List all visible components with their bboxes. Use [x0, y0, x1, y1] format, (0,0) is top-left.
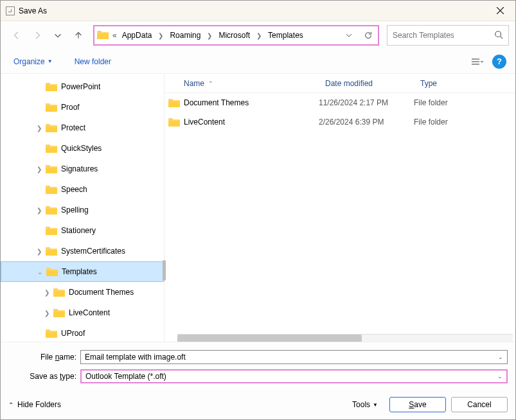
tree-item[interactable]: ❯LiveContent: [1, 302, 164, 323]
window-title: Save As: [19, 6, 47, 15]
expander-icon[interactable]: ❯: [33, 248, 46, 255]
tree-item[interactable]: ❯Document Themes: [1, 282, 164, 302]
refresh-button[interactable]: [359, 26, 378, 44]
svg-rect-42: [53, 291, 65, 297]
caret-down-icon: ▼: [48, 58, 53, 64]
svg-line-6: [501, 36, 503, 39]
filename-label: File name:: [8, 353, 80, 362]
expander-icon[interactable]: ❯: [40, 289, 53, 296]
svg-rect-32: [46, 227, 50, 229]
tree-item[interactable]: QuickStyles: [1, 138, 164, 159]
main-area: PowerPointProof❯ProtectQuickStyles❯Signa…: [1, 74, 515, 342]
list-header[interactable]: Name⌃ Date modified Type: [165, 74, 515, 93]
chevron-down-icon: ⌄: [497, 373, 503, 380]
footer: ⌃ Hide Folders Tools ▼ Save Cancel: [1, 390, 515, 419]
view-mode-button[interactable]: [467, 53, 487, 70]
help-button[interactable]: ?: [492, 55, 506, 69]
forward-button[interactable]: [28, 26, 47, 45]
save-button[interactable]: Save: [389, 397, 446, 412]
tree-label: Protect: [61, 123, 85, 132]
tree-label: Spelling: [61, 206, 89, 214]
hide-folders-label: Hide Folders: [17, 400, 61, 409]
breadcrumb-segment[interactable]: Templates: [265, 30, 306, 41]
app-icon: [6, 6, 15, 15]
tree-item[interactable]: ⌄Templates: [1, 261, 164, 282]
address-dropdown[interactable]: [339, 26, 359, 44]
tree-item[interactable]: UProof: [1, 323, 164, 342]
tree-label: UProof: [61, 329, 85, 338]
tree-label: Document Themes: [69, 288, 134, 297]
chevron-right-icon: ❯: [204, 32, 215, 39]
tree-item[interactable]: Stationery: [1, 220, 164, 241]
organize-label: Organize: [13, 57, 45, 66]
svg-rect-24: [46, 168, 57, 173]
folder-icon: [46, 123, 57, 132]
folder-tree[interactable]: PowerPointProof❯ProtectQuickStyles❯Signa…: [1, 74, 164, 342]
list-row[interactable]: LiveContent2/26/2024 6:39 PMFile folder: [165, 112, 515, 132]
cancel-button[interactable]: Cancel: [451, 397, 508, 412]
folder-icon: [97, 30, 110, 40]
svg-rect-27: [46, 188, 57, 194]
breadcrumb-segment[interactable]: Roaming: [167, 30, 203, 41]
expander-icon[interactable]: ❯: [33, 207, 46, 214]
title-bar: Save As: [1, 1, 515, 21]
row-date: 11/26/2024 2:17 PM: [319, 98, 414, 107]
tree-item[interactable]: ❯Signatures: [1, 159, 164, 179]
file-list[interactable]: Document Themes11/26/2024 2:17 PMFile fo…: [165, 93, 515, 132]
col-type[interactable]: Type: [420, 79, 437, 88]
tree-label: Proof: [61, 103, 80, 112]
horizontal-scrollbar[interactable]: [177, 334, 513, 342]
up-button[interactable]: [69, 26, 88, 45]
hide-folders-button[interactable]: ⌃ Hide Folders: [8, 400, 61, 409]
row-type: File folder: [414, 118, 515, 127]
expander-icon[interactable]: ❯: [40, 310, 53, 317]
folder-icon: [46, 103, 57, 112]
new-folder-button[interactable]: New folder: [71, 55, 115, 69]
chevron-up-icon: ⌃: [8, 401, 13, 408]
chevron-right-icon: ❯: [156, 32, 166, 39]
tree-item[interactable]: Speech: [1, 179, 164, 200]
search-input[interactable]: [393, 31, 483, 40]
col-date[interactable]: Date modified: [325, 79, 373, 88]
svg-rect-33: [46, 229, 57, 235]
expander-icon[interactable]: ❯: [33, 125, 46, 132]
col-name[interactable]: Name: [184, 79, 204, 88]
svg-rect-45: [53, 311, 65, 317]
list-row[interactable]: Document Themes11/26/2024 2:17 PMFile fo…: [165, 93, 515, 112]
back-button[interactable]: [7, 26, 26, 45]
svg-rect-4: [97, 33, 109, 39]
splitter[interactable]: [164, 74, 165, 342]
breadcrumb-segment[interactable]: Microsoft: [216, 30, 253, 41]
breadcrumb-segment[interactable]: AppData: [120, 30, 155, 41]
row-type: File folder: [414, 98, 515, 107]
savetype-dropdown[interactable]: Outlook Template (*.oft) ⌄: [80, 369, 508, 383]
tools-menu[interactable]: Tools ▼: [352, 400, 378, 409]
filename-value: Email template with image.oft: [85, 353, 186, 362]
tree-item[interactable]: ❯Protect: [1, 118, 164, 138]
nav-row: « AppData ❯ Roaming ❯ Microsoft ❯ Templa…: [1, 21, 515, 49]
svg-rect-20: [46, 144, 50, 147]
search-box[interactable]: [387, 25, 509, 46]
svg-rect-41: [53, 288, 58, 291]
recent-dropdown[interactable]: [48, 26, 67, 45]
folder-icon: [46, 164, 57, 173]
folder-icon: [46, 329, 57, 338]
tree-item[interactable]: ❯SystemCertificates: [1, 241, 164, 261]
toolbar: Organize ▼ New folder ?: [1, 49, 515, 74]
folder-icon: [46, 185, 57, 194]
tree-label: Signatures: [61, 164, 98, 173]
organize-menu[interactable]: Organize ▼: [10, 55, 57, 69]
tree-label: Stationery: [61, 226, 96, 235]
filename-input[interactable]: Email template with image.oft ⌄: [80, 350, 508, 364]
address-bar[interactable]: « AppData ❯ Roaming ❯ Microsoft ❯ Templa…: [93, 25, 379, 46]
expander-icon[interactable]: ❯: [33, 166, 46, 173]
expander-icon[interactable]: ⌄: [33, 268, 46, 276]
svg-rect-48: [46, 332, 57, 338]
close-button[interactable]: [486, 1, 514, 21]
svg-rect-12: [46, 85, 57, 91]
tree-item[interactable]: ❯Spelling: [1, 200, 164, 220]
svg-rect-47: [46, 329, 50, 332]
tree-item[interactable]: PowerPoint: [1, 76, 164, 97]
tree-item[interactable]: Proof: [1, 97, 164, 118]
svg-rect-26: [46, 186, 50, 188]
